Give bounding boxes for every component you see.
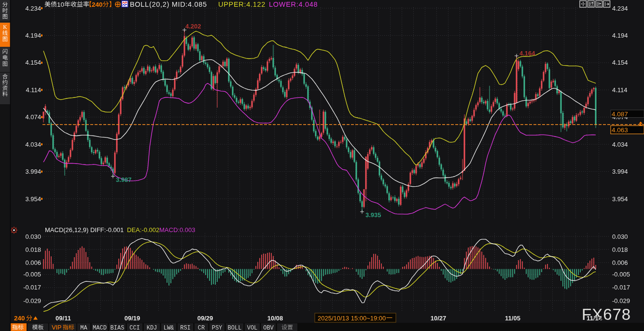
svg-text:MACD(26,12,9) DIFF:-0.001: MACD(26,12,9) DIFF:-0.001 [45,226,124,234]
svg-text:3.994: 3.994 [612,168,628,175]
svg-text:0.018: 0.018 [25,246,41,253]
svg-text:4.034: 4.034 [612,141,628,148]
svg-text:MACD: MACD [93,325,107,331]
svg-text:PSY: PSY [212,325,223,331]
svg-text:3.994: 3.994 [25,168,41,175]
svg-text:BOLL(20,2) MID:4.085: BOLL(20,2) MID:4.085 [130,0,207,8]
svg-text:240: 240 [92,1,103,8]
svg-text:FX678: FX678 [582,305,631,323]
svg-text:-0.017: -0.017 [23,284,41,291]
svg-text:LW&: LW& [164,325,174,331]
svg-text:-0.005: -0.005 [23,271,41,278]
svg-text:VOL: VOL [247,325,258,331]
svg-text:3.935: 3.935 [365,211,381,219]
svg-text:VIP: VIP [52,324,61,331]
svg-text:240: 240 [14,315,25,322]
svg-text:3.954: 3.954 [25,195,41,203]
svg-text:4.063: 4.063 [612,126,628,134]
svg-text:10: 10 [57,1,64,8]
svg-text:3.987: 3.987 [116,176,132,183]
svg-text:DEA:-0.002: DEA:-0.002 [127,226,159,234]
svg-text:0.006: 0.006 [612,259,628,266]
svg-text:4.114: 4.114 [612,86,628,94]
svg-text:4.087: 4.087 [612,110,628,118]
svg-text:OBV: OBV [263,325,274,331]
svg-text:09/29: 09/29 [197,315,213,322]
svg-text:4.202: 4.202 [185,23,201,30]
svg-text:MACD:0.003: MACD:0.003 [159,226,195,234]
svg-text:-0.029: -0.029 [23,297,41,304]
svg-text:-0.005: -0.005 [612,271,630,278]
svg-text:-0.029: -0.029 [612,297,630,304]
svg-text:4.194: 4.194 [25,32,41,39]
svg-text:4.154: 4.154 [25,59,41,66]
svg-text:09/11: 09/11 [56,315,71,322]
svg-text:-0.017: -0.017 [612,284,630,291]
svg-text:4.194: 4.194 [612,32,628,39]
svg-text:11/05: 11/05 [505,315,520,322]
svg-text:4.114: 4.114 [26,86,41,94]
svg-text:KDJ: KDJ [147,325,157,331]
svg-text:0.006: 0.006 [25,259,41,266]
svg-text:LOWER:4.048: LOWER:4.048 [269,0,318,8]
svg-text:BIAS: BIAS [111,325,125,331]
svg-text:RSI: RSI [180,325,191,331]
svg-text:4.074: 4.074 [25,113,41,121]
svg-text:4.164: 4.164 [519,50,535,57]
svg-text:3.954: 3.954 [612,195,628,203]
svg-text:4.234: 4.234 [25,5,41,12]
svg-text:MA: MA [80,325,87,331]
svg-text:BOLL: BOLL [228,325,242,331]
svg-text:CR: CR [198,325,205,331]
svg-text:09/19: 09/19 [125,315,140,322]
svg-text:10/27: 10/27 [431,315,447,322]
svg-text:10/08: 10/08 [267,315,283,322]
svg-text:4.234: 4.234 [612,5,628,12]
svg-text:CCI: CCI [129,325,140,331]
svg-text:4.154: 4.154 [612,59,628,66]
svg-text:0.030: 0.030 [25,233,41,240]
svg-text:4.034: 4.034 [25,141,41,148]
svg-text:0.030: 0.030 [612,233,628,240]
svg-text:0.018: 0.018 [612,246,628,253]
svg-text:2025/10/13 15:00~19:00: 2025/10/13 15:00~19:00 [318,315,386,322]
svg-text:UPPER:4.122: UPPER:4.122 [218,0,266,8]
svg-text:K: K [3,24,7,30]
